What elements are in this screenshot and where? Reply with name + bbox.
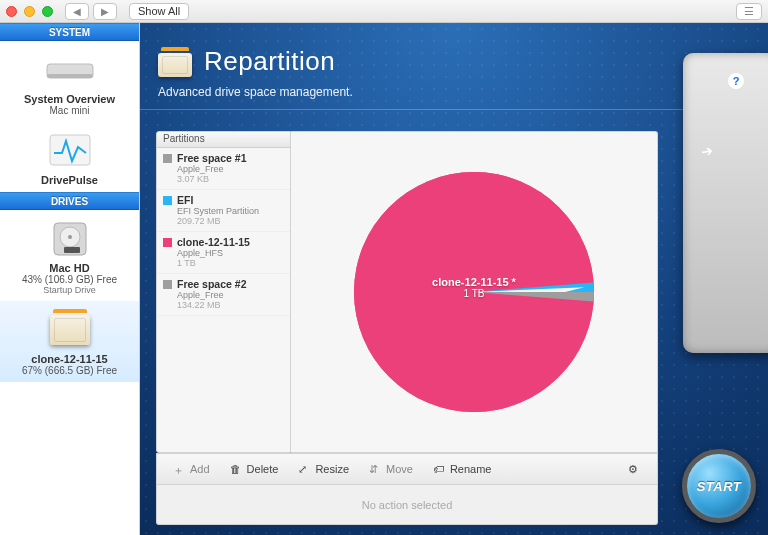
add-button[interactable]: ＋Add <box>163 454 220 484</box>
svg-rect-2 <box>50 135 90 165</box>
zoom-icon[interactable] <box>42 6 53 17</box>
sidebar-item-label: Mac HD <box>49 262 89 274</box>
status-text: No action selected <box>362 499 453 511</box>
partition-name: clone-12-11-15 <box>177 236 284 248</box>
page-header: Repartition ? <box>140 23 768 83</box>
page-title: Repartition <box>204 46 335 77</box>
partition-type: EFI System Partition <box>177 206 284 216</box>
titlebar: ◀ ▶ Show All ☰ <box>0 0 768 23</box>
partition-size: 134.22 MB <box>177 300 284 310</box>
color-swatch <box>163 280 172 289</box>
pie-chart-area: clone-12-11-15 * 1 TB <box>291 131 658 453</box>
partition-size: 3.07 KB <box>177 174 284 184</box>
partition-panel: Partitions Free space #1Apple_Free3.07 K… <box>156 131 658 525</box>
resize-button[interactable]: ⤢Resize <box>288 454 359 484</box>
pie-chart[interactable]: clone-12-11-15 * 1 TB <box>354 172 594 412</box>
sidebar-item-sub2: Startup Drive <box>43 285 96 295</box>
minimize-icon[interactable] <box>24 6 35 17</box>
page-subtitle: Advanced drive space management. <box>140 83 768 110</box>
partition-item[interactable]: Free space #1Apple_Free3.07 KB <box>157 148 290 190</box>
help-button[interactable]: ? <box>728 73 744 89</box>
window-controls <box>6 6 53 17</box>
plus-icon: ＋ <box>173 463 186 476</box>
sidebar-item-drive-machd[interactable]: Mac HD 43% (106.9 GB) Free Startup Drive <box>0 210 139 301</box>
partition-item[interactable]: Free space #2Apple_Free134.22 MB <box>157 274 290 316</box>
partition-size: 1 TB <box>177 258 284 268</box>
partition-size: 209.72 MB <box>177 216 284 226</box>
color-swatch <box>163 196 172 205</box>
sidebar-item-sub: 43% (106.9 GB) Free <box>22 274 117 285</box>
sidebar-item-label: DrivePulse <box>41 174 98 186</box>
sidebar-item-label: clone-12-11-15 <box>31 353 107 365</box>
gear-icon: ⚙ <box>628 463 641 476</box>
svg-point-5 <box>68 235 72 239</box>
nav-buttons: ◀ ▶ <box>65 3 117 20</box>
pie-center-label: clone-12-11-15 * 1 TB <box>432 276 516 299</box>
harddrive-illustration <box>683 53 768 353</box>
move-button[interactable]: ⇵Move <box>359 454 423 484</box>
rename-button[interactable]: 🏷Rename <box>423 454 502 484</box>
internal-drive-icon <box>42 218 98 260</box>
drivepulse-icon <box>42 130 98 172</box>
svg-rect-1 <box>47 74 93 78</box>
sidebar: SYSTEM System Overview Mac mini DrivePul… <box>0 23 140 535</box>
partition-type: Apple_Free <box>177 164 284 174</box>
partition-name: EFI <box>177 194 284 206</box>
partition-type: Apple_HFS <box>177 248 284 258</box>
close-icon[interactable] <box>6 6 17 17</box>
main-content: ➔ Repartition ? Advanced drive space man… <box>140 23 768 535</box>
partition-name: Free space #1 <box>177 152 284 164</box>
sidebar-item-sub: 67% (666.5 GB) Free <box>22 365 117 376</box>
start-button[interactable]: START <box>682 449 756 523</box>
settings-button[interactable]: ⚙ <box>618 454 651 484</box>
svg-rect-6 <box>64 247 80 253</box>
forward-button[interactable]: ▶ <box>93 3 117 20</box>
partition-item[interactable]: EFIEFI System Partition209.72 MB <box>157 190 290 232</box>
mac-mini-icon <box>42 49 98 91</box>
sidebar-item-drivepulse[interactable]: DrivePulse <box>0 122 139 192</box>
partition-item[interactable]: clone-12-11-15Apple_HFS1 TB <box>157 232 290 274</box>
partition-list-header: Partitions <box>157 132 290 148</box>
list-view-button[interactable]: ☰ <box>736 3 762 20</box>
partition-name: Free space #2 <box>177 278 284 290</box>
move-icon: ⇵ <box>369 463 382 476</box>
partition-list: Partitions Free space #1Apple_Free3.07 K… <box>156 131 291 453</box>
color-swatch <box>163 154 172 163</box>
sidebar-section-system: SYSTEM <box>0 23 139 41</box>
delete-button[interactable]: 🗑Delete <box>220 454 289 484</box>
partition-type: Apple_Free <box>177 290 284 300</box>
app-window: ◀ ▶ Show All ☰ SYSTEM System Overview Ma… <box>0 0 768 535</box>
external-drive-icon <box>42 309 98 351</box>
sidebar-section-drives: DRIVES <box>0 192 139 210</box>
show-all-button[interactable]: Show All <box>129 3 189 20</box>
trash-icon: 🗑 <box>230 463 243 476</box>
sidebar-item-overview[interactable]: System Overview Mac mini <box>0 41 139 122</box>
back-button[interactable]: ◀ <box>65 3 89 20</box>
tag-icon: 🏷 <box>433 463 446 476</box>
repartition-icon <box>158 45 192 77</box>
sidebar-item-drive-clone[interactable]: clone-12-11-15 67% (666.5 GB) Free <box>0 301 139 382</box>
color-swatch <box>163 238 172 247</box>
status-bar: No action selected <box>156 485 658 525</box>
action-toolbar: ＋Add 🗑Delete ⤢Resize ⇵Move 🏷Rename ⚙ <box>156 453 658 485</box>
sidebar-item-label: System Overview <box>24 93 115 105</box>
sidebar-item-sub: Mac mini <box>49 105 89 116</box>
resize-icon: ⤢ <box>298 463 311 476</box>
